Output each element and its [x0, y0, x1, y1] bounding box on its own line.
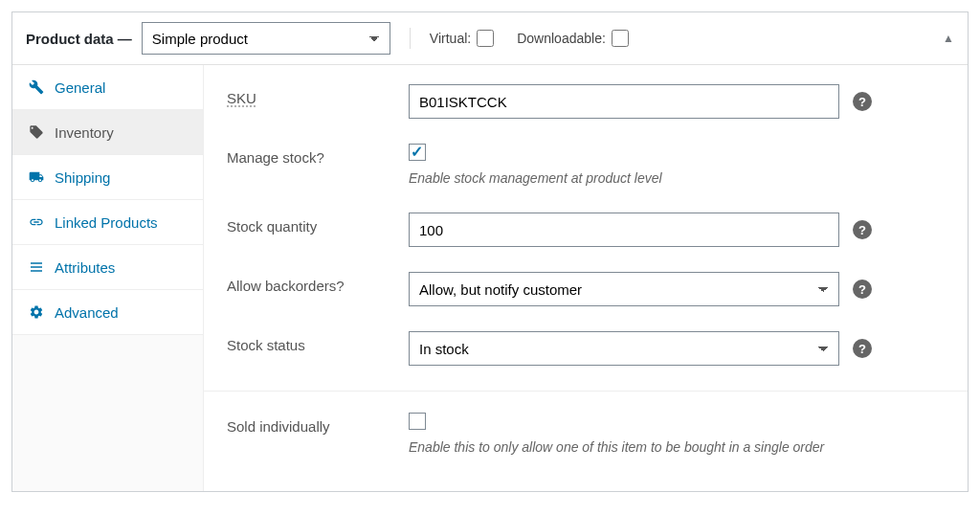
- stock-quantity-row: Stock quantity ?: [227, 213, 945, 247]
- help-icon[interactable]: ?: [853, 339, 872, 358]
- tab-content: SKU ? Manage stock? Enable stock manage: [204, 65, 968, 491]
- stock-status-select[interactable]: In stock: [409, 331, 839, 366]
- product-data-panel: Product data — Simple product Virtual: D…: [11, 11, 969, 492]
- tab-label: General: [55, 79, 105, 96]
- downloadable-option[interactable]: Downloadable:: [517, 30, 629, 47]
- stock-quantity-label: Stock quantity: [227, 213, 409, 235]
- tab-general[interactable]: General: [12, 65, 203, 110]
- sku-label: SKU: [227, 84, 409, 106]
- manage-stock-description: Enable stock management at product level: [409, 170, 945, 186]
- panel-body: General Inventory Shipping Linked Produc…: [12, 65, 968, 491]
- manage-stock-checkbox[interactable]: [409, 144, 426, 161]
- virtual-option[interactable]: Virtual:: [430, 30, 494, 47]
- help-icon[interactable]: ?: [853, 92, 872, 111]
- sku-row: SKU ?: [227, 84, 945, 119]
- allow-backorders-row: Allow backorders? Allow, but notify cust…: [227, 272, 945, 306]
- tab-advanced[interactable]: Advanced: [12, 290, 203, 335]
- panel-header: Product data — Simple product Virtual: D…: [12, 12, 968, 65]
- divider: [410, 28, 411, 49]
- manage-stock-row: Manage stock? Enable stock management at…: [227, 144, 945, 186]
- tab-label: Attributes: [55, 259, 115, 276]
- allow-backorders-label: Allow backorders?: [227, 272, 409, 294]
- tab-label: Inventory: [55, 124, 114, 141]
- tab-label: Linked Products: [55, 214, 158, 231]
- sold-individually-row: Sold individually Enable this to only al…: [227, 413, 945, 455]
- tag-icon: [28, 123, 45, 141]
- divider: [204, 391, 968, 392]
- stock-quantity-input[interactable]: [409, 213, 839, 247]
- tab-inventory[interactable]: Inventory: [12, 110, 203, 155]
- stock-status-label: Stock status: [227, 331, 409, 353]
- link-icon: [28, 213, 45, 231]
- allow-backorders-select[interactable]: Allow, but notify customer: [409, 272, 839, 306]
- tab-label: Advanced: [55, 304, 119, 321]
- virtual-checkbox[interactable]: [477, 30, 494, 47]
- sku-input[interactable]: [409, 84, 839, 119]
- tab-label: Shipping: [55, 169, 110, 186]
- downloadable-label: Downloadable:: [517, 31, 606, 46]
- tab-shipping[interactable]: Shipping: [12, 155, 203, 200]
- sold-individually-checkbox[interactable]: [409, 413, 426, 430]
- sold-individually-description: Enable this to only allow one of this it…: [409, 439, 945, 455]
- help-icon[interactable]: ?: [853, 280, 872, 299]
- gear-icon: [28, 303, 45, 321]
- tab-linked-products[interactable]: Linked Products: [12, 200, 203, 245]
- tab-attributes[interactable]: Attributes: [12, 245, 203, 290]
- product-type-select[interactable]: Simple product: [142, 22, 390, 55]
- list-icon: [28, 258, 45, 276]
- stock-status-row: Stock status In stock ?: [227, 331, 945, 366]
- wrench-icon: [28, 78, 45, 96]
- virtual-label: Virtual:: [430, 31, 471, 46]
- sold-individually-label: Sold individually: [227, 413, 409, 435]
- manage-stock-label: Manage stock?: [227, 144, 409, 166]
- help-icon[interactable]: ?: [853, 220, 872, 239]
- tabs-sidebar: General Inventory Shipping Linked Produc…: [12, 65, 204, 491]
- downloadable-checkbox[interactable]: [612, 30, 629, 47]
- collapse-toggle-icon[interactable]: ▲: [943, 32, 954, 45]
- truck-icon: [28, 168, 45, 186]
- panel-title: Product data —: [26, 31, 132, 47]
